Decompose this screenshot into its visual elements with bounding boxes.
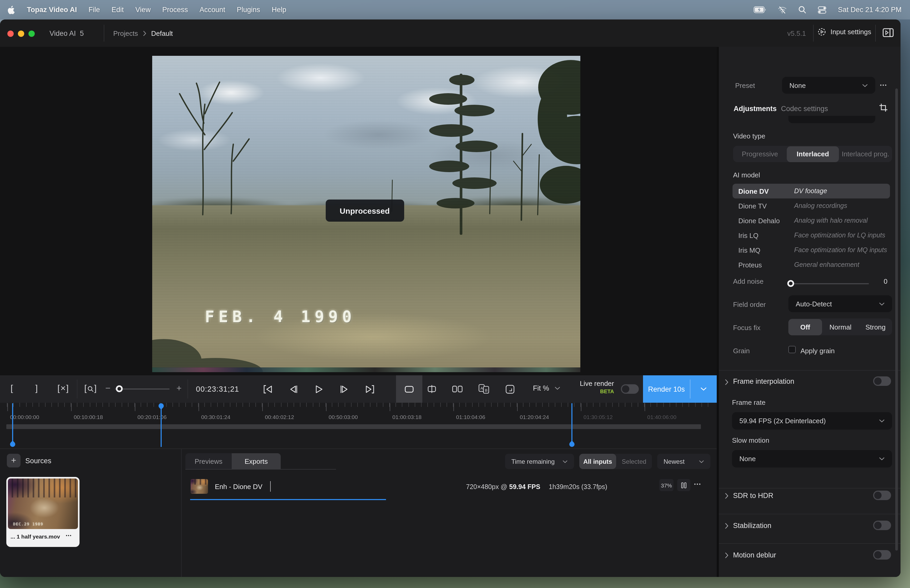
menu-file[interactable]: File	[83, 6, 106, 14]
out-point-handle[interactable]	[568, 441, 575, 448]
tab-codec-settings[interactable]: Codec settings	[781, 105, 828, 113]
breadcrumb-projects[interactable]: Projects	[113, 29, 138, 37]
export-menu-button[interactable]: •••	[694, 482, 701, 487]
in-point-handle[interactable]	[9, 441, 16, 448]
video-type-interlaced-prog[interactable]: Interlaced prog.	[839, 150, 892, 158]
fit-zoom-dropdown[interactable]: Fit %	[533, 384, 560, 392]
view-single-button[interactable]	[396, 375, 422, 403]
chevron-right-icon[interactable]	[725, 523, 729, 529]
live-render-toggle[interactable]	[621, 384, 639, 394]
panel-toggle-button[interactable]	[883, 28, 894, 39]
zoom-slider-knob[interactable]	[116, 385, 123, 392]
set-in-button[interactable]: [	[11, 383, 13, 394]
play-button[interactable]	[314, 385, 323, 394]
battery-icon[interactable]	[748, 6, 772, 13]
playhead[interactable]	[161, 407, 162, 447]
model-dione-tv[interactable]: Dione TVAnalog recordings	[732, 199, 890, 213]
focus-fix-off[interactable]: Off	[788, 319, 822, 335]
model-iris-lq[interactable]: Iris LQFace optimization for LQ inputs	[732, 228, 890, 243]
menu-view[interactable]: View	[129, 6, 157, 14]
menu-account[interactable]: Account	[194, 6, 231, 14]
timecode-display[interactable]: 00:23:31;21	[196, 385, 239, 393]
breadcrumb-current[interactable]: Default	[151, 29, 173, 37]
apply-grain-checkbox[interactable]	[788, 346, 796, 353]
preset-menu-button[interactable]: •••	[880, 82, 887, 88]
spotlight-search-icon[interactable]	[792, 6, 812, 14]
out-point-marker[interactable]	[571, 403, 572, 443]
model-dione-dv[interactable]: Dione DV DV footage	[732, 184, 890, 199]
next-frame-button[interactable]	[339, 385, 350, 394]
frame-interpolation-toggle[interactable]	[873, 376, 891, 386]
previous-frame-button[interactable]	[288, 385, 298, 394]
frame-rate-dropdown[interactable]: 59.94 FPS (2x Deinterlaced)	[732, 412, 892, 430]
zoom-selection-button[interactable]: [ ]	[84, 383, 97, 394]
zoom-in-button[interactable]: +	[176, 383, 182, 394]
tab-adjustments[interactable]: Adjustments	[734, 105, 777, 113]
fit-screen-button[interactable]	[505, 384, 515, 396]
sdr-to-hdr-label[interactable]: SDR to HDR	[733, 492, 773, 499]
source-card[interactable]: DEC.29 1989 ... 1 half years.mov •••	[6, 477, 79, 547]
model-dione-dehalo[interactable]: Dione DehaloAnalog with halo removal	[732, 213, 890, 228]
go-to-start-button[interactable]	[262, 385, 273, 394]
source-menu-button[interactable]: •••	[66, 533, 72, 538]
video-preview[interactable]: FEB. 4 1990 Unprocessed	[152, 56, 580, 372]
motion-deblur-toggle[interactable]	[873, 550, 891, 560]
stabilization-toggle[interactable]	[873, 521, 891, 530]
field-order-dropdown[interactable]: Auto-Detect	[788, 295, 892, 312]
menu-process[interactable]: Process	[157, 6, 194, 14]
focus-fix-normal[interactable]: Normal	[822, 323, 859, 331]
add-noise-slider[interactable]	[787, 280, 869, 287]
menu-edit[interactable]: Edit	[106, 6, 130, 14]
export-name-field[interactable]: Enh - Dione DV	[215, 483, 262, 491]
menu-plugins[interactable]: Plugins	[231, 6, 266, 14]
export-pause-button[interactable]	[677, 479, 690, 491]
zoom-out-button[interactable]: −	[105, 383, 111, 394]
minimize-button[interactable]	[18, 31, 24, 37]
menu-help[interactable]: Help	[266, 6, 292, 14]
filter-selected[interactable]: Selected	[616, 458, 652, 465]
slow-motion-dropdown[interactable]: None	[732, 450, 892, 467]
panel-scrollbar[interactable]	[895, 89, 898, 551]
stabilization-label[interactable]: Stabilization	[733, 522, 771, 530]
timeline-clip-strip[interactable]	[6, 424, 701, 429]
input-settings-button[interactable]: Input settings	[817, 27, 871, 36]
ab-compare-button[interactable]: AB	[478, 384, 490, 396]
model-iris-mq[interactable]: Iris MQFace optimization for MQ inputs	[732, 243, 890, 257]
chevron-right-icon[interactable]	[725, 379, 729, 385]
view-side-by-side-button[interactable]	[452, 385, 463, 395]
render-options-button[interactable]	[690, 375, 717, 403]
zoom-button[interactable]	[28, 31, 35, 37]
add-noise-knob[interactable]	[787, 280, 794, 287]
export-row[interactable]: Enh - Dione DV 720×480px @ 59.94 FPS 1h3…	[182, 476, 717, 499]
menu-app-name[interactable]: Topaz Video AI	[21, 6, 83, 14]
sdr-to-hdr-toggle[interactable]	[873, 491, 891, 500]
video-type-interlaced[interactable]: Interlaced	[787, 146, 839, 162]
video-type-progressive[interactable]: Progressive	[733, 150, 787, 158]
model-proteus[interactable]: ProteusGeneral enhancement	[732, 257, 890, 270]
motion-deblur-label[interactable]: Motion deblur	[733, 551, 776, 559]
focus-fix-strong[interactable]: Strong	[859, 323, 892, 331]
crop-button[interactable]	[879, 103, 888, 114]
apple-menu[interactable]	[0, 5, 21, 14]
render-button[interactable]: Render 10s	[643, 375, 690, 403]
tab-exports[interactable]: Exports	[232, 453, 281, 469]
sort-dropdown[interactable]: Newest	[657, 454, 710, 469]
control-center-icon[interactable]	[812, 6, 832, 13]
time-remaining-dropdown[interactable]: Time remaining	[505, 454, 574, 469]
go-to-end-button[interactable]	[364, 385, 375, 394]
close-button[interactable]	[7, 31, 14, 37]
zoom-slider[interactable]	[115, 388, 170, 390]
preset-dropdown[interactable]: None	[782, 77, 875, 94]
clear-in-out-button[interactable]: [×]	[57, 383, 69, 394]
set-out-button[interactable]: ]	[35, 383, 38, 394]
add-source-button[interactable]: +	[7, 454, 21, 467]
chevron-right-icon[interactable]	[725, 493, 729, 499]
frame-interpolation-label[interactable]: Frame interpolation	[733, 378, 794, 385]
wifi-off-icon[interactable]	[772, 6, 792, 13]
tab-previews[interactable]: Previews	[185, 453, 232, 469]
timeline[interactable]: 00:00:00:00 00:10:00:18 00:20:01:06 00:3…	[0, 403, 717, 449]
in-point-marker[interactable]	[12, 403, 13, 443]
chevron-right-icon[interactable]	[725, 552, 729, 559]
menu-clock[interactable]: Sat Dec 21 4:20 PM	[832, 6, 910, 14]
filter-all-inputs[interactable]: All inputs	[579, 454, 616, 469]
